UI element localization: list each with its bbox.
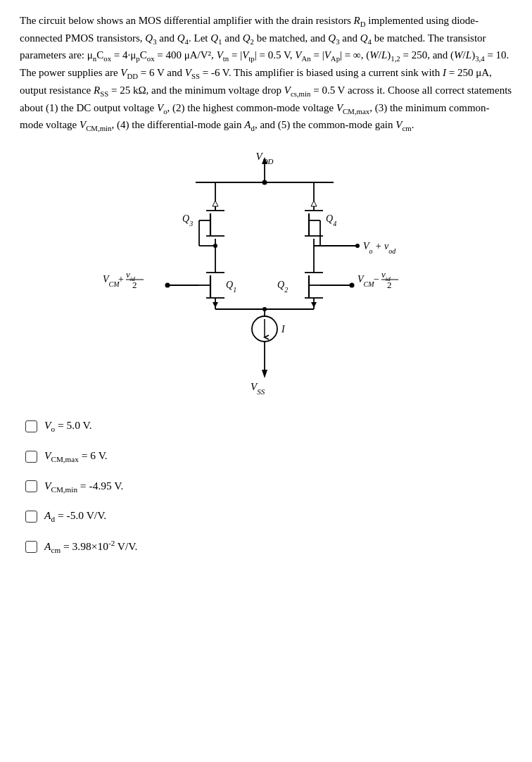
svg-marker-59 bbox=[213, 302, 218, 308]
svg-text:2: 2 bbox=[387, 280, 392, 290]
checkbox-4[interactable] bbox=[25, 511, 37, 523]
svg-point-25 bbox=[213, 244, 217, 248]
choice-1-label: Vo = 5.0 V. bbox=[44, 418, 92, 435]
q1-label: Q1 bbox=[226, 280, 236, 294]
checkbox-5[interactable] bbox=[25, 541, 37, 553]
answer-choices: Vo = 5.0 V. VCM,max = 6 V. VCM,min = -4.… bbox=[20, 418, 512, 556]
current-label: I bbox=[281, 324, 286, 335]
choice-5-label: Acm = 3.98×10-2 V/V. bbox=[44, 538, 137, 556]
q3-label: Q3 bbox=[182, 213, 193, 227]
q2-label: Q2 bbox=[277, 280, 288, 294]
q4-label: Q4 bbox=[326, 213, 336, 227]
choice-3: VCM,min = -4.95 V. bbox=[25, 478, 512, 496]
choice-4: Ad = -5.0 V/V. bbox=[25, 508, 512, 525]
checkbox-3[interactable] bbox=[25, 480, 37, 492]
choice-2-label: VCM,max = 6 V. bbox=[44, 448, 108, 466]
checkbox-2[interactable] bbox=[25, 451, 37, 463]
vcm-vid-left-label: VCM bbox=[103, 274, 120, 288]
svg-text:−: − bbox=[374, 274, 379, 285]
svg-marker-60 bbox=[311, 302, 317, 308]
svg-point-44 bbox=[350, 283, 355, 288]
choice-3-label: VCM,min = -4.95 V. bbox=[44, 478, 123, 496]
svg-text:2: 2 bbox=[132, 280, 137, 290]
svg-point-33 bbox=[165, 283, 170, 288]
svg-marker-56 bbox=[262, 370, 267, 378]
svg-point-61 bbox=[262, 180, 267, 185]
vss-label: VSS bbox=[251, 381, 265, 396]
checkbox-1[interactable] bbox=[25, 420, 37, 432]
choice-4-label: Ad = -5.0 V/V. bbox=[44, 508, 106, 525]
circuit-svg: VDD Q3 bbox=[97, 147, 435, 401]
svg-marker-57 bbox=[213, 201, 218, 206]
choice-5: Acm = 3.98×10-2 V/V. bbox=[25, 538, 512, 556]
vo-label: Vo + vod bbox=[363, 241, 396, 255]
vcm-vid-right-label: VCM bbox=[357, 274, 374, 288]
svg-marker-58 bbox=[311, 201, 317, 206]
svg-text:+: + bbox=[118, 274, 124, 285]
circuit-diagram: VDD Q3 bbox=[20, 147, 512, 401]
choice-1: Vo = 5.0 V. bbox=[25, 418, 512, 435]
problem-text: The circuit below shows an MOS different… bbox=[20, 13, 512, 135]
svg-point-23 bbox=[355, 244, 360, 248]
choice-2: VCM,max = 6 V. bbox=[25, 448, 512, 466]
